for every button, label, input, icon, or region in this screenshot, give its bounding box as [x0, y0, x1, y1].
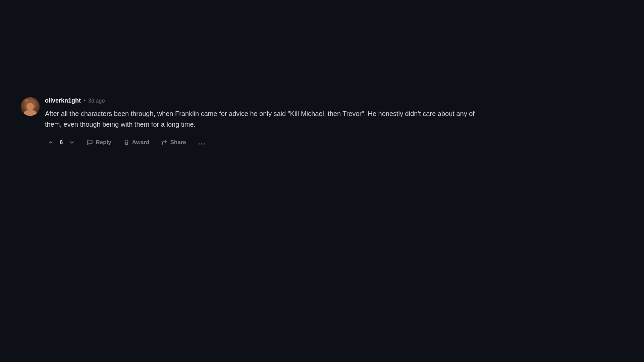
downvote-button[interactable]: [66, 137, 77, 147]
comment-actions: 6 Reply: [45, 136, 490, 148]
timestamp: 3d ago: [88, 98, 105, 104]
upvote-button[interactable]: [45, 137, 56, 147]
username: oliverkn1ght: [45, 97, 81, 104]
comment-body: oliverkn1ght • 3d ago After all the char…: [45, 97, 490, 148]
comment: oliverkn1ght • 3d ago After all the char…: [21, 97, 490, 148]
vote-section: 6: [45, 137, 77, 147]
vote-count: 6: [60, 139, 63, 146]
share-button[interactable]: Share: [159, 137, 189, 148]
separator: •: [84, 97, 86, 104]
avatar: [21, 97, 40, 116]
more-label: ...: [198, 138, 206, 146]
comment-text: After all the characters been through, w…: [45, 108, 490, 130]
reply-button[interactable]: Reply: [84, 137, 114, 148]
award-icon: [123, 139, 129, 145]
comment-header: oliverkn1ght • 3d ago: [45, 97, 490, 104]
reply-icon: [87, 139, 93, 145]
upvote-icon: [48, 139, 54, 145]
reply-label: Reply: [96, 139, 111, 146]
award-button[interactable]: Award: [121, 137, 152, 148]
page: oliverkn1ght • 3d ago After all the char…: [0, 0, 644, 362]
share-icon: [161, 139, 167, 145]
downvote-icon: [69, 139, 75, 145]
more-button[interactable]: ...: [196, 136, 209, 148]
award-label: Award: [132, 139, 150, 146]
share-label: Share: [170, 139, 186, 146]
